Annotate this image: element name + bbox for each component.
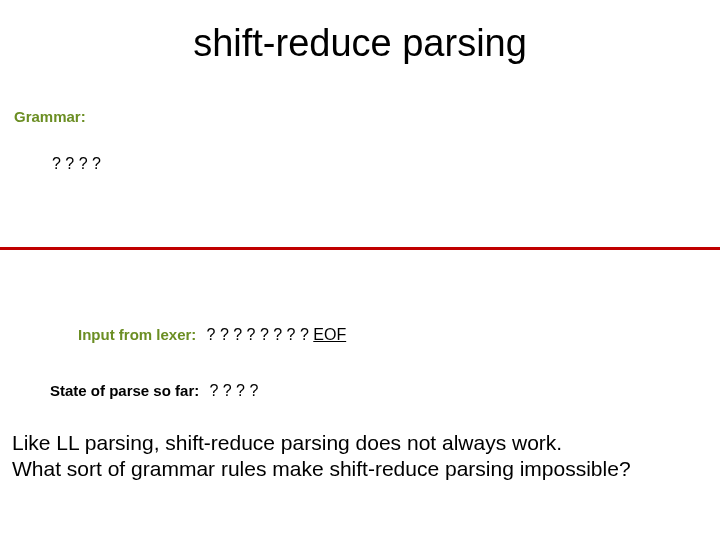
input-value: ? ? ? ? ? ? ? ? EOF	[201, 326, 347, 343]
state-value: ? ? ? ?	[203, 382, 258, 399]
input-eof: EOF	[313, 326, 346, 343]
input-label: Input from lexer:	[78, 326, 196, 343]
state-row: State of parse so far: ? ? ? ?	[50, 382, 258, 400]
grammar-content: ? ? ? ?	[52, 155, 101, 173]
state-label: State of parse so far:	[50, 382, 199, 399]
input-prefix: ? ? ? ? ? ? ? ?	[207, 326, 314, 343]
slide-title: shift-reduce parsing	[0, 0, 720, 65]
body-text: Like LL parsing, shift-reduce parsing do…	[12, 430, 631, 483]
grammar-label: Grammar:	[14, 108, 86, 125]
body-line-2: What sort of grammar rules make shift-re…	[12, 456, 631, 482]
input-row: Input from lexer: ? ? ? ? ? ? ? ? EOF	[78, 326, 346, 344]
divider-line	[0, 247, 720, 250]
slide: shift-reduce parsing Grammar: ? ? ? ? In…	[0, 0, 720, 540]
body-line-1: Like LL parsing, shift-reduce parsing do…	[12, 430, 631, 456]
